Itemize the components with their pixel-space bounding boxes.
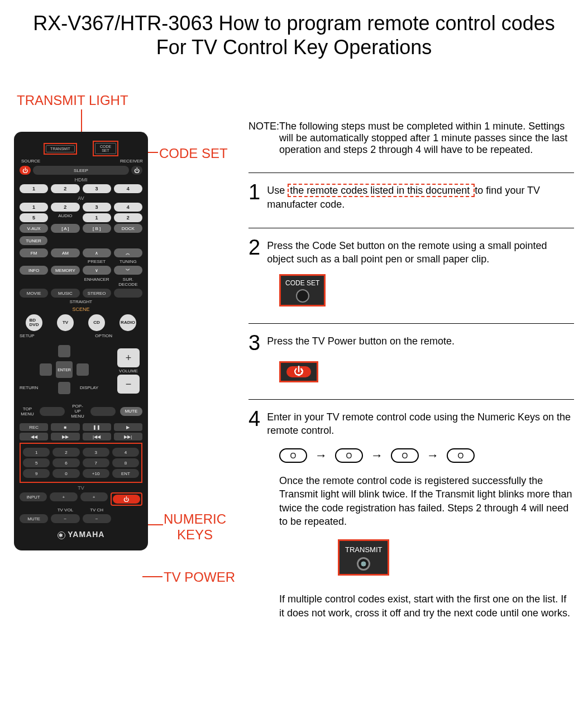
memory-button[interactable]: MEMORY [51,266,79,275]
num-0[interactable]: 0 [52,469,79,478]
dpad-down[interactable] [58,382,70,394]
note-label: NOTE: [248,121,279,156]
label-receiver: RECEIVER [120,159,142,164]
hdmi-3[interactable]: 3 [83,184,111,193]
title-line-2: For TV Control Key Operations [156,36,432,59]
codeset-illustration: CODE SET [279,274,326,306]
surdecode-button[interactable] [114,289,142,298]
num-1[interactable]: 1 [23,448,50,457]
num-6[interactable]: 6 [52,458,79,467]
seq-arrow-3: → [427,448,439,463]
label-topmenu: TOP MENU [20,406,35,416]
volume-box: + VOLUME − [117,347,140,395]
callout-tv-power: TV POWER [164,569,235,585]
scene-cd[interactable]: CD [88,314,105,331]
num-2[interactable]: 2 [52,448,79,457]
preset-up[interactable]: ∧ [83,248,111,257]
tv-power-button[interactable] [113,495,140,504]
rewind-button[interactable]: ◀◀ [20,433,48,440]
num-3[interactable]: 3 [83,448,109,457]
source-power-button[interactable] [20,166,31,175]
tvvol-up[interactable]: + [50,492,77,501]
tv-mute-button[interactable]: MUTE [20,514,48,523]
brand-logo: ✱ YAMAHA [20,530,142,539]
popupmenu-button[interactable] [90,407,116,416]
play-button[interactable]: ▶ [114,423,142,431]
s1-a: Use [267,185,288,196]
tv-section: TV INPUT + + TV VOL TV CH MUTE [20,485,142,523]
volume-down[interactable]: − [117,375,140,394]
rec-button[interactable]: REC [20,423,48,431]
hdmi-2[interactable]: 2 [51,184,79,193]
num-9[interactable]: 9 [23,469,50,478]
final-para: If multiple control codes exist, start w… [279,592,574,620]
pause-button[interactable]: ❚❚ [83,423,111,431]
dpad-up[interactable] [58,345,70,357]
label-av: AV [20,195,142,201]
num-4[interactable]: 4 [112,448,139,457]
dock-button[interactable]: DOCK [114,224,142,233]
av-3[interactable]: 3 [83,203,111,212]
receiver-power-button[interactable] [131,166,142,175]
hdmi-4[interactable]: 4 [114,184,142,193]
preset-down[interactable]: ∨ [83,266,111,275]
num-7[interactable]: 7 [83,458,109,467]
num-ent[interactable]: ENT [112,469,139,478]
sleep-button[interactable]: SLEEP [33,166,129,175]
scene-tv[interactable]: TV [57,314,74,331]
codeset-label: CODE SET [95,143,116,154]
prev-button[interactable]: |◀◀ [83,433,111,440]
dpad-right[interactable] [77,363,89,376]
a-button[interactable]: [ A ] [51,224,79,233]
music-button[interactable]: MUSIC [51,289,79,298]
step-4-number: 4 [248,408,260,429]
label-hdmi: HDMI [20,177,142,183]
brand-text: YAMAHA [68,530,104,539]
topmenu-button[interactable] [40,407,65,416]
tvch-up[interactable]: + [80,492,108,501]
seq-arrow-2: → [371,448,383,463]
b-button[interactable]: [ B ] [83,224,111,233]
num-5[interactable]: 5 [23,458,50,467]
tuner-button[interactable]: TUNER [20,236,47,245]
next-button[interactable]: ▶▶| [114,433,142,440]
seq-2: O [335,448,363,463]
transmit-label: TRANSMIT [46,145,75,152]
num-8[interactable]: 8 [112,458,139,467]
remote-control: TRANSMIT CODE SET SOURCE RECEIVER SLEEP … [14,132,148,550]
tv-input-button[interactable]: INPUT [20,492,47,501]
info-button[interactable]: INFO [20,266,48,275]
transmit-light-box: TRANSMIT [44,143,77,155]
tvvol-down[interactable]: − [51,514,79,523]
tvpower-ill-button [286,366,311,377]
hdmi-1[interactable]: 1 [20,184,48,193]
scene-radio[interactable]: RADIO [119,314,136,331]
scene-bddvd[interactable]: BD DVD [26,314,42,331]
callout-line-tvpower [142,576,162,577]
stop-button[interactable]: ■ [51,423,79,431]
av-2[interactable]: 2 [51,203,79,212]
audio-1[interactable]: 1 [83,213,111,222]
num-10[interactable]: +10 [83,469,109,478]
ffwd-button[interactable]: ▶▶ [51,433,79,440]
callout-numeric-keys: NUMERIC KEYS [164,511,226,543]
label-display: DISPLAY [80,385,98,390]
volume-up[interactable]: + [117,348,140,367]
av-4[interactable]: 4 [114,203,142,212]
label-preset: PRESET [83,259,111,264]
av-5[interactable]: 5 [20,213,48,222]
enter-button[interactable]: ENTER [56,361,73,378]
mute-button[interactable]: MUTE [120,407,142,416]
tuning-up[interactable]: ︽ [114,248,142,257]
label-tvvol: TV VOL [51,507,79,513]
fm-button[interactable]: FM [20,248,48,257]
movie-button[interactable]: MOVIE [20,289,48,298]
stereo-button[interactable]: STEREO [83,289,111,298]
av-1[interactable]: 1 [20,203,48,212]
audio-2[interactable]: 2 [114,213,142,222]
tvch-down[interactable]: − [83,514,111,523]
am-button[interactable]: AM [51,248,79,257]
vaux-button[interactable]: V-AUX [20,224,48,233]
tuning-down[interactable]: ︾ [114,266,142,275]
dpad-left[interactable] [40,363,52,376]
